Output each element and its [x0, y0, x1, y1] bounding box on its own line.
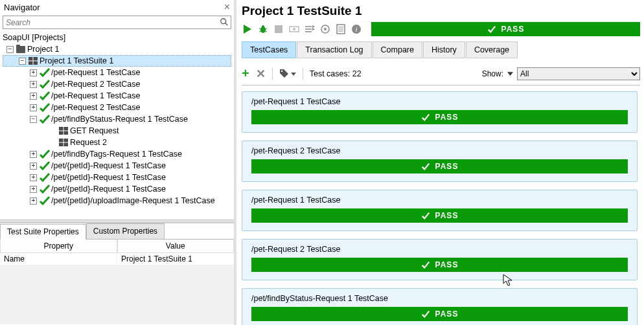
tab-testcases[interactable]: TestCases	[242, 41, 296, 58]
property-row[interactable]: Name Project 1 TestSuite 1	[0, 253, 234, 265]
collapse-icon[interactable]: −	[30, 116, 37, 123]
tab-transaction-log[interactable]: Transaction Log	[297, 41, 371, 58]
svg-line-1	[225, 23, 228, 26]
tree-testcase[interactable]: −/pet/findByStatus-Request 1 TestCase	[3, 113, 231, 125]
tab-coverage[interactable]: Coverage	[466, 41, 518, 58]
svg-marker-12	[312, 25, 315, 28]
svg-line-6	[259, 31, 261, 32]
test-case-status-bar: PASS	[251, 258, 628, 272]
tag-filter-button[interactable]	[279, 69, 296, 79]
test-case-card[interactable]: /pet-Request 2 TestCasePASS	[242, 140, 638, 182]
collapse-icon[interactable]: −	[19, 58, 26, 65]
show-filter-select[interactable]: All	[517, 67, 640, 80]
test-case-name: /pet-Request 2 TestCase	[251, 245, 628, 254]
tree-request[interactable]: Request 2	[3, 137, 231, 148]
tree-testcase[interactable]: +/pet/{petId}-Request 1 TestCase	[3, 160, 231, 172]
svg-text:i: i	[355, 25, 357, 33]
search-input[interactable]	[3, 16, 231, 29]
tab-compare[interactable]: Compare	[373, 41, 422, 58]
tree-request[interactable]: GET Request	[3, 125, 231, 137]
tree-testcase[interactable]: +/pet/{petId}-Request 1 TestCase	[3, 172, 231, 183]
target-icon[interactable]	[319, 23, 331, 35]
test-case-status-bar: PASS	[251, 159, 628, 174]
test-case-card[interactable]: /pet-Request 1 TestCasePASS	[242, 91, 638, 133]
test-case-status-bar: PASS	[251, 307, 628, 321]
test-case-count: Test cases: 22	[310, 69, 362, 78]
test-case-card[interactable]: /pet/findByStatus-Request 1 TestCasePASS	[242, 288, 638, 325]
report-icon[interactable]	[335, 23, 347, 35]
navigator-title: Navigator	[4, 3, 40, 12]
svg-point-22	[281, 70, 282, 71]
tab-history[interactable]: History	[423, 41, 465, 58]
pass-check-icon	[40, 173, 50, 182]
stop-icon[interactable]	[273, 23, 284, 35]
svg-line-7	[265, 31, 267, 32]
svg-point-15	[324, 28, 327, 30]
test-suite-icon	[29, 57, 38, 65]
svg-point-0	[221, 19, 226, 24]
pass-check-icon	[40, 103, 50, 112]
remove-testcase-button[interactable]: ✕	[256, 67, 266, 81]
expand-icon[interactable]: +	[30, 174, 37, 181]
svg-point-8	[262, 25, 264, 28]
request-icon	[59, 139, 68, 146]
test-case-name: /pet-Request 1 TestCase	[251, 196, 628, 205]
tree-testcase[interactable]: +/pet/{petId}-Request 1 TestCase	[3, 183, 231, 195]
test-case-name: /pet-Request 1 TestCase	[251, 97, 628, 106]
expand-icon[interactable]: +	[30, 197, 37, 205]
pass-check-icon	[40, 150, 50, 159]
close-icon[interactable]: ×	[224, 1, 230, 13]
svg-marker-13	[312, 28, 315, 30]
test-case-card[interactable]: /pet-Request 2 TestCasePASS	[242, 239, 638, 280]
tree-testcase[interactable]: +/pet/{petId}/uploadImage-Request 1 Test…	[3, 195, 231, 207]
pass-check-icon	[40, 196, 50, 205]
tree-project[interactable]: − Project 1	[3, 43, 231, 55]
col-value[interactable]: Value	[117, 240, 235, 253]
sequence-icon[interactable]	[304, 23, 316, 35]
show-label: Show:	[482, 69, 503, 78]
test-case-status-bar: PASS	[251, 110, 628, 124]
expand-icon[interactable]: +	[30, 104, 37, 111]
svg-marker-23	[291, 73, 296, 76]
play-icon[interactable]	[242, 23, 253, 35]
expand-icon[interactable]: +	[30, 162, 37, 170]
pass-check-icon	[40, 161, 50, 170]
bug-icon[interactable]	[257, 23, 269, 35]
project-tree[interactable]: SoapUI [Projects] − Project 1 − Project …	[0, 32, 234, 219]
chevron-down-icon[interactable]	[507, 71, 513, 76]
tree-testcase[interactable]: +/pet-Request 2 TestCase	[3, 78, 231, 90]
pass-check-icon	[40, 80, 50, 89]
tree-testcase[interactable]: +/pet-Request 1 TestCase	[3, 67, 231, 78]
info-icon[interactable]: i	[351, 23, 362, 35]
search-icon[interactable]	[220, 17, 229, 28]
test-case-status-bar: PASS	[251, 208, 628, 223]
overall-status-bar: PASS	[371, 22, 640, 36]
pass-check-icon	[40, 185, 50, 194]
page-title: Project 1 TestSuite 1	[242, 4, 640, 18]
tree-suite[interactable]: − Project 1 TestSuite 1	[3, 55, 231, 67]
tree-testcase[interactable]: +/pet/findByTags-Request 1 TestCase	[3, 148, 231, 160]
tree-testcase[interactable]: +/pet-Request 1 TestCase	[3, 90, 231, 102]
request-icon	[59, 127, 68, 135]
expand-icon[interactable]: +	[30, 69, 37, 76]
tab-custom-properties[interactable]: Custom Properties	[86, 223, 165, 239]
expand-icon[interactable]: +	[30, 151, 37, 158]
svg-marker-2	[244, 25, 251, 34]
tree-root[interactable]: SoapUI [Projects]	[3, 32, 231, 43]
test-case-card[interactable]: /pet-Request 1 TestCasePASS	[242, 190, 638, 231]
pass-check-icon	[40, 91, 50, 100]
svg-marker-24	[507, 72, 513, 76]
add-testcase-button[interactable]: +	[242, 66, 249, 81]
test-case-name: /pet/findByStatus-Request 1 TestCase	[251, 294, 628, 303]
svg-point-11	[293, 28, 295, 30]
collapse-icon[interactable]: −	[6, 46, 14, 53]
expand-icon[interactable]: +	[30, 93, 37, 100]
tree-testcase[interactable]: +/pet-Request 2 TestCase	[3, 102, 231, 113]
loop-icon[interactable]	[288, 23, 300, 35]
tab-test-suite-properties[interactable]: Test Suite Properties	[0, 224, 86, 240]
test-case-name: /pet-Request 2 TestCase	[251, 146, 628, 155]
expand-icon[interactable]: +	[30, 186, 37, 193]
col-property[interactable]: Property	[0, 240, 117, 253]
expand-icon[interactable]: +	[30, 81, 37, 88]
pass-check-icon	[40, 68, 50, 77]
